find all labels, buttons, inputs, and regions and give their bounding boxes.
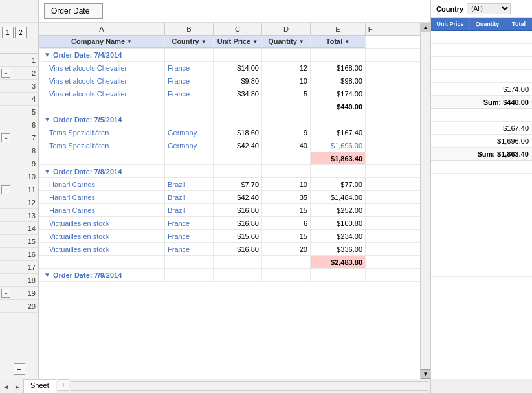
row-num-4: 4 xyxy=(0,93,38,106)
quantity-cell: 20 xyxy=(262,243,311,255)
table-row: $440.00 xyxy=(39,100,420,113)
table-row: ▼Order Date: 7/5/2014 xyxy=(39,113,420,126)
company-name-cell: Victuailles en stock xyxy=(39,230,165,242)
total-cell: $234.00 xyxy=(311,230,366,242)
country-cell: France xyxy=(165,62,214,74)
expand-icon: ▼ xyxy=(44,271,50,278)
table-row: ▼Order Date: 7/8/2014 xyxy=(39,165,420,178)
total-cell: $252.00 xyxy=(311,204,366,216)
filter-b[interactable]: ▼ xyxy=(201,39,206,45)
country-cell: France xyxy=(165,230,214,242)
summary-val-row: $167.40 xyxy=(431,122,532,135)
summary-sum-row: Sum: $1,863.40 xyxy=(431,148,532,161)
row-num-12: 12 xyxy=(0,196,38,209)
row-num-18: 18 xyxy=(0,274,38,287)
filter-d[interactable]: ▼ xyxy=(299,39,304,45)
summary-empty-row xyxy=(431,44,532,57)
table-row: Vins et alcools Chevalier France $9.80 1… xyxy=(39,74,420,87)
quantity-cell: 35 xyxy=(262,191,311,203)
summary-bottom xyxy=(431,379,532,393)
summary-empty-row xyxy=(431,174,532,186)
total-cell: $168.00 xyxy=(311,62,366,74)
company-name-cell: Hanari Carnes xyxy=(39,204,165,216)
row-num-7: − 7 xyxy=(0,131,38,144)
col-letter-f[interactable]: F xyxy=(366,23,375,35)
col-name-d: Quantity ▼ xyxy=(262,36,311,48)
add-outline-btn[interactable]: + xyxy=(14,363,25,375)
scroll-down-btn[interactable]: ▼ xyxy=(421,369,430,379)
country-cell: France xyxy=(165,217,214,229)
col-letter-a[interactable]: A xyxy=(39,23,165,35)
table-row: Hanari Carnes Brazil $7.70 10 $77.00 xyxy=(39,178,420,191)
country-dropdown[interactable]: (All) Brazil France Germany xyxy=(467,3,511,14)
outline-level-2[interactable]: 2 xyxy=(15,27,27,38)
summary-sum-row: Sum: $440.00 xyxy=(431,96,532,109)
quantity-cell: 15 xyxy=(262,204,311,216)
row-num-6: 6 xyxy=(0,118,38,131)
country-cell: Brazil xyxy=(165,204,214,216)
table-row: ▼Order Date: 7/4/2014 xyxy=(39,49,420,62)
table-row: Toms Spezialitäten Germany $42.40 40 $1,… xyxy=(39,139,420,152)
filter-c[interactable]: ▼ xyxy=(252,39,258,45)
collapse-btn-group2[interactable]: − xyxy=(1,133,10,142)
table-row: Hanari Carnes Brazil $42.40 35 $1,484.00 xyxy=(39,191,420,204)
quantity-cell: 5 xyxy=(262,87,311,100)
table-row: Victuailles en stock France $16.80 20 $3… xyxy=(39,243,420,256)
outline-level-1[interactable]: 1 xyxy=(2,27,14,38)
col-name-c: Unit Price ▼ xyxy=(214,36,262,48)
subtotal-cell-red: $1,863.40 xyxy=(311,152,366,164)
summary-empty-row xyxy=(431,186,532,199)
total-cell: $77.00 xyxy=(311,178,366,190)
row-num-20: 20 xyxy=(0,300,38,313)
total-cell: $174.00 xyxy=(311,87,366,100)
table-row: Toms Spezialitäten Germany $18.60 9 $167… xyxy=(39,126,420,139)
row-num-17: 17 xyxy=(0,261,38,274)
collapse-btn-group1[interactable]: − xyxy=(1,69,10,78)
add-sheet-button[interactable]: + xyxy=(58,379,69,391)
company-name-cell: Victuailles en stock xyxy=(39,217,165,229)
scroll-up-btn[interactable]: ▲ xyxy=(421,23,430,32)
h-scrollbar[interactable] xyxy=(71,381,428,391)
table-row: Company Name ▼ Country ▼ Unit Price ▼ xyxy=(39,36,420,49)
unit-price-cell: $18.60 xyxy=(214,126,262,139)
col-letter-b[interactable]: B xyxy=(165,23,214,35)
row-num-10: 10 xyxy=(0,170,38,183)
collapse-btn-group3[interactable]: − xyxy=(1,185,10,194)
filter-a[interactable]: ▼ xyxy=(127,39,132,45)
country-cell: Germany xyxy=(165,126,214,139)
table-row: Victuailles en stock France $16.80 6 $10… xyxy=(39,217,420,230)
table-row: Hanari Carnes Brazil $16.80 15 $252.00 xyxy=(39,204,420,217)
expand-icon: ▼ xyxy=(44,116,50,123)
col-letter-c[interactable]: C xyxy=(214,23,262,35)
row-num-11: − 11 xyxy=(0,183,38,196)
unit-price-cell: $42.40 xyxy=(214,139,262,152)
unit-price-cell: $16.80 xyxy=(214,243,262,255)
nav-right[interactable]: ► xyxy=(12,379,23,393)
sort-button[interactable]: Order Date ↑ xyxy=(44,3,103,19)
country-cell: France xyxy=(165,243,214,255)
col-letter-e[interactable]: E xyxy=(311,23,366,35)
col-letter-d[interactable]: D xyxy=(262,23,311,35)
unit-price-cell: $9.80 xyxy=(214,74,262,87)
unit-price-cell: $16.80 xyxy=(214,204,262,216)
col-name-b: Country ▼ xyxy=(165,36,214,48)
total-cell: $1,484.00 xyxy=(311,191,366,203)
total-cell: $98.00 xyxy=(311,74,366,87)
sheet-tab[interactable]: Sheet xyxy=(23,379,56,393)
col-name-a: Company Name ▼ xyxy=(39,36,165,48)
quantity-cell: 40 xyxy=(262,139,311,152)
row-num-14: 14 xyxy=(0,222,38,235)
row-num-19: − 19 xyxy=(0,287,38,300)
unit-price-cell: $42.40 xyxy=(214,191,262,203)
filter-e[interactable]: ▼ xyxy=(344,39,349,45)
quantity-cell: 9 xyxy=(262,126,311,139)
unit-price-cell: $14.00 xyxy=(214,62,262,74)
nav-left[interactable]: ◄ xyxy=(0,379,12,393)
collapse-btn-group4[interactable]: − xyxy=(1,289,10,298)
group-header-1: ▼Order Date: 7/4/2014 xyxy=(39,49,165,61)
row-num-1: 1 xyxy=(0,54,38,67)
sort-arrow: ↑ xyxy=(92,6,96,16)
col-name-e: Total ▼ xyxy=(311,36,366,48)
expand-icon: ▼ xyxy=(44,51,50,58)
company-name-cell: Toms Spezialitäten xyxy=(39,139,165,152)
